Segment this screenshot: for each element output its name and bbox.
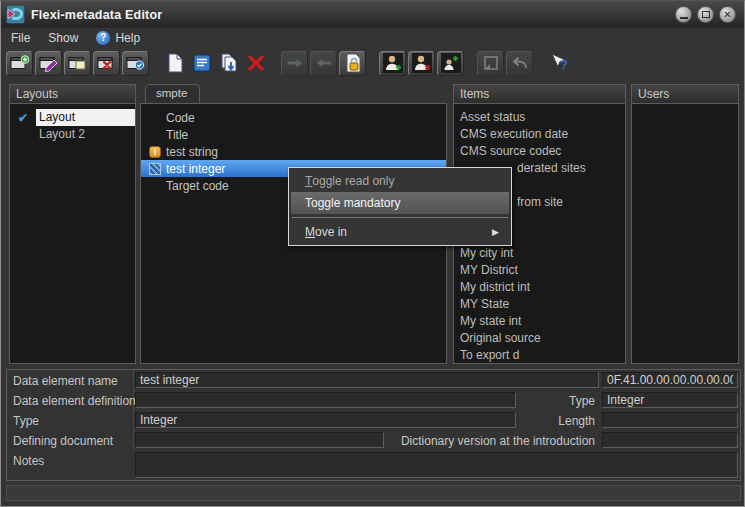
menu-item-toggle-read-only[interactable]: Toggle read only [291,170,509,192]
new-layout-button[interactable] [6,51,33,76]
type-field[interactable] [135,412,516,428]
move-in-button[interactable] [281,51,308,76]
dictionary-version-field[interactable] [602,432,738,448]
default-layout-button[interactable] [122,51,149,76]
form-divider [133,370,134,448]
tree-row-label: Target code [166,179,229,193]
red-x-icon [246,53,266,73]
arrow-right-icon [285,55,305,71]
rename-layout-button[interactable] [35,51,62,76]
window-add-icon [10,54,30,72]
list-item[interactable]: Original source [454,330,625,347]
menu-file[interactable]: File [11,31,30,45]
window-controls: ✕ [675,6,736,23]
mandatory-icon: ! [149,146,161,158]
window-title: Flexi-metadata Editor [31,8,162,22]
add-user-button[interactable] [379,51,406,76]
close-button[interactable]: ✕ [719,6,736,23]
context-help-button[interactable]: ? [546,51,571,76]
list-item[interactable]: MY State [454,296,625,313]
toolbar-element-group [162,51,268,76]
undo-button[interactable] [506,51,533,76]
delete-element-button[interactable] [243,51,268,76]
minimize-button[interactable] [675,6,692,23]
list-item[interactable]: MY District [454,262,625,279]
menu-show[interactable]: Show [48,31,78,45]
document-edit-icon [192,53,212,73]
frame-icon [482,54,500,72]
tree-row-test-string[interactable]: ! test string [141,143,446,160]
toolbar-move-group [281,51,366,76]
close-icon: ✕ [723,10,731,20]
title-bar: Flexi-metadata Editor ✕ [1,1,744,28]
app-window: Flexi-metadata Editor ✕ File Show ? Help [0,0,745,507]
list-item[interactable]: My state int [454,313,625,330]
data-element-name-field[interactable] [135,372,599,388]
layout-row-label: Layout 2 [36,126,135,143]
remove-user-button[interactable] [408,51,435,76]
help-cursor-icon: ? [549,53,569,73]
users-panel-header: Users [631,84,739,104]
data-element-definition-label: Data element definition [13,394,136,408]
menu-help[interactable]: ? Help [96,31,140,45]
menu-help-label: Help [115,31,140,45]
context-menu: Toggle read only Toggle mandatory Move i… [288,167,512,246]
tree-row-title[interactable]: Title [141,126,446,143]
layouts-panel: Layouts ✔ Layout Layout 2 [9,84,136,364]
layouts-panel-header: Layouts [9,84,136,104]
layout-row-layout[interactable]: ✔ Layout [10,109,135,126]
type-right-label: Type [477,394,595,408]
length-field[interactable] [602,412,738,428]
layout-row-layout2[interactable]: Layout 2 [10,126,135,143]
data-element-name-label: Data element name [13,374,118,388]
minimize-icon [680,17,688,19]
edit-element-button[interactable] [189,51,214,76]
frame-button[interactable] [477,51,504,76]
layout-row-label: Layout [36,109,135,126]
dictionary-version-label: Dictionary version at the introduction [397,434,595,448]
lock-button[interactable] [339,51,366,76]
menu-item-move-in[interactable]: Move in ▶ [291,221,509,243]
move-out-button[interactable] [310,51,337,76]
delete-layout-button[interactable] [93,51,120,76]
list-item[interactable]: Asset status [454,109,625,126]
app-logo-icon [6,5,25,24]
maximize-icon [702,11,710,18]
tree-row-label: test integer [166,162,225,176]
document-import-icon [219,53,239,73]
element-code-field[interactable] [602,372,738,388]
tree-row-code[interactable]: Code [141,109,446,126]
submenu-arrow-icon: ▶ [492,227,499,237]
user-add-icon [383,53,403,73]
menu-item-toggle-mandatory[interactable]: Toggle mandatory [291,192,509,214]
type-right-field[interactable] [602,392,738,408]
menu-bar: File Show ? Help [1,28,744,47]
list-item[interactable]: My district int [454,279,625,296]
copy-layout-button[interactable] [64,51,91,76]
help-icon: ? [96,31,110,45]
new-element-button[interactable] [162,51,187,76]
toolbar-layout-group [6,51,149,76]
tree-row-label: Code [166,111,195,125]
import-element-button[interactable] [216,51,241,76]
toolbar-user-group [379,51,464,76]
list-item[interactable]: CMS source codec [454,143,625,160]
items-panel-header: Items [453,84,626,104]
toolbar-help-group: ? [546,51,571,76]
toolbar: ? [1,47,744,79]
tab-smpte[interactable]: smpte [145,84,200,104]
notes-field[interactable] [135,452,738,478]
user-remove-icon [412,53,432,73]
data-element-definition-field[interactable] [135,392,516,408]
undo-arrow-icon [510,54,530,72]
length-label: Length [477,414,595,428]
window-check-icon [126,54,146,72]
list-item[interactable]: My city int [454,245,625,262]
notes-label: Notes [13,454,44,468]
assign-user-button[interactable] [437,51,464,76]
maximize-button[interactable] [697,6,714,23]
defining-document-field[interactable] [135,432,384,448]
list-item[interactable]: CMS execution date [454,126,625,143]
window-delete-icon [97,54,117,72]
list-item[interactable]: To export d [454,347,625,364]
